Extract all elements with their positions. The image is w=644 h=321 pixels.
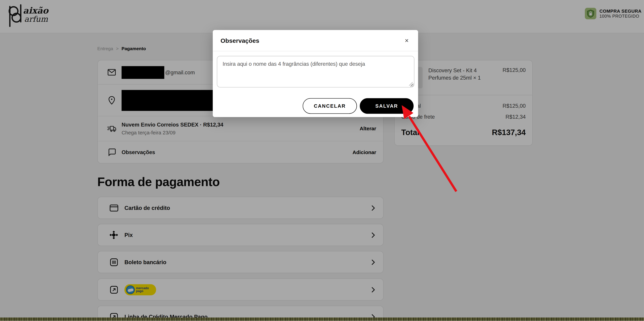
modal-title: Observações [220, 37, 259, 44]
modal-body: Insira aqui o nome das 4 fragrâncias (di… [213, 51, 418, 89]
checkout-page: aixão arfum COMPRA SEGURA 100% PROTEGIDO… [0, 0, 644, 321]
observacoes-modal: Observações × Insira aqui o nome das 4 f… [213, 30, 418, 117]
modal-footer: CANCELAR SALVAR [213, 89, 418, 114]
notes-textarea[interactable]: Insira aqui o nome das 4 fragrâncias (di… [217, 56, 414, 88]
modal-header: Observações × [213, 30, 418, 51]
cancel-button[interactable]: CANCELAR [303, 98, 357, 114]
save-button[interactable]: SALVAR [360, 98, 414, 114]
close-icon[interactable]: × [403, 36, 410, 44]
